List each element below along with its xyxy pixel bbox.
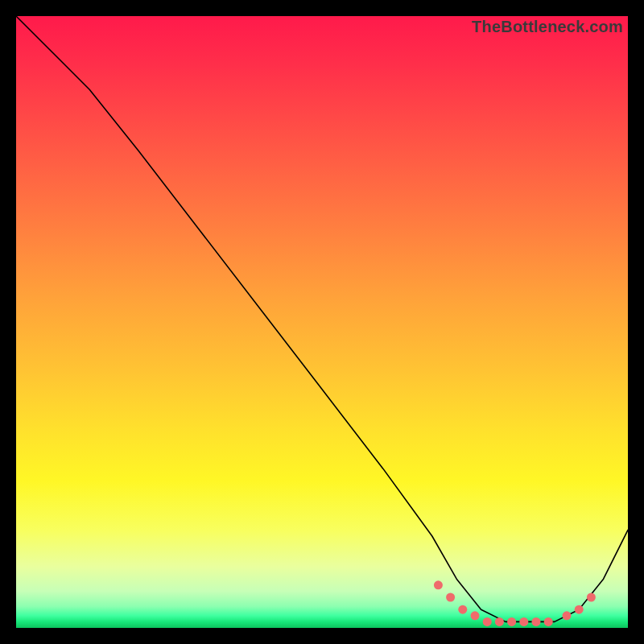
highlight-dot	[495, 617, 504, 626]
highlight-dot	[446, 593, 455, 602]
highlighted-points-group	[434, 580, 596, 626]
highlight-dot	[483, 617, 492, 626]
highlight-dot	[532, 617, 541, 626]
highlight-dot	[458, 605, 467, 614]
highlight-dot	[519, 617, 528, 626]
chart-frame: TheBottleneck.com	[0, 0, 644, 644]
highlight-dot	[471, 611, 480, 620]
highlight-dot	[575, 605, 584, 614]
bottleneck-curve	[16, 16, 628, 621]
plot-area: TheBottleneck.com	[16, 16, 628, 628]
highlight-dot	[587, 593, 596, 602]
highlight-dot	[544, 617, 553, 626]
highlight-dot	[563, 611, 572, 620]
highlight-dot	[434, 580, 443, 589]
chart-overlay	[16, 16, 628, 628]
highlight-dot	[507, 617, 516, 626]
